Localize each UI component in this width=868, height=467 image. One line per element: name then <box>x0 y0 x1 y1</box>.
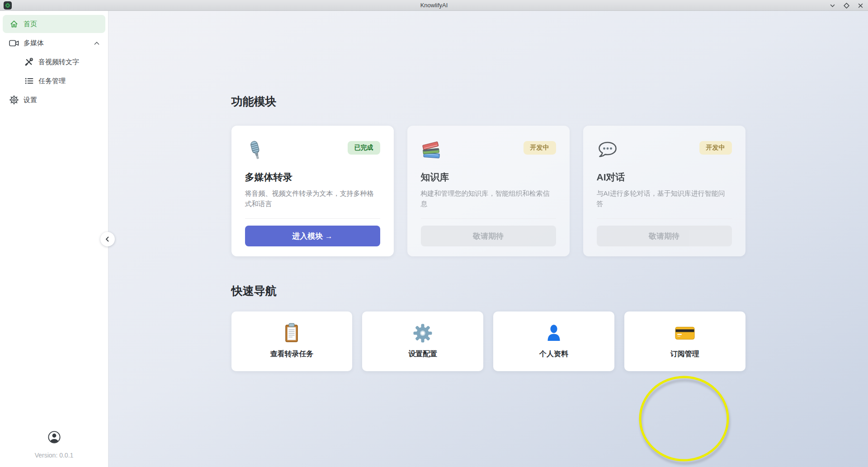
quick-card-profile[interactable]: 个人资料 <box>493 311 614 371</box>
minimize-button[interactable] <box>829 2 835 9</box>
quick-card-subscription[interactable]: 订阅管理 <box>624 311 745 371</box>
sidebar-item-tasks[interactable]: 任务管理 <box>3 72 105 90</box>
credit-card-icon <box>675 324 695 343</box>
sidebar-item-label: 音视频转文字 <box>38 58 100 66</box>
quick-card-label: 设置配置 <box>408 349 437 359</box>
module-title: 多媒体转录 <box>245 171 380 184</box>
clipboard-icon <box>283 324 301 343</box>
chevron-up-icon[interactable] <box>94 39 100 47</box>
sidebar-collapse-button[interactable] <box>100 232 115 246</box>
chevron-left-icon <box>104 236 111 242</box>
window-controls <box>829 0 865 11</box>
module-title: 知识库 <box>421 171 556 184</box>
close-icon <box>858 3 863 9</box>
quick-card-label: 个人资料 <box>539 349 568 359</box>
microphone-icon <box>245 139 267 161</box>
main-content: 功能模块 <box>231 94 745 371</box>
modules-grid: 已完成 多媒体转录 将音频、视频文件转录为文本，支持多种格式和语言 进入模块 → <box>231 126 745 256</box>
app-body: 首页 多媒体 <box>0 11 868 467</box>
features-section-title: 功能模块 <box>231 94 745 108</box>
quick-card-settings[interactable]: 设置配置 <box>362 311 483 371</box>
sidebar-item-transcribe[interactable]: 音视频转文字 <box>3 53 105 71</box>
module-card-knowledge-base: 开发中 知识库 构建和管理您的知识库，智能组织和检索信息 敬请期待 <box>407 126 570 256</box>
sidebar-item-label: 任务管理 <box>38 77 100 85</box>
status-badge: 已完成 <box>348 141 380 155</box>
titlebar: KnowlifyAI <box>0 0 868 11</box>
coming-soon-button: 敬请期待 <box>421 226 556 246</box>
sidebar: 首页 多媒体 <box>0 11 108 467</box>
chevron-down-icon <box>830 3 835 9</box>
maximize-button[interactable] <box>843 2 849 9</box>
video-camera-icon <box>9 38 19 48</box>
avatar[interactable] <box>47 430 61 446</box>
status-badge: 开发中 <box>524 141 556 155</box>
quick-card-label: 订阅管理 <box>670 349 699 359</box>
close-button[interactable] <box>857 2 863 9</box>
diamond-icon <box>844 3 849 9</box>
status-badge: 开发中 <box>699 141 732 155</box>
window-title: KnowlifyAI <box>0 2 868 9</box>
coming-soon-button: 敬请期待 <box>597 226 732 246</box>
quick-card-view-tasks[interactable]: 查看转录任务 <box>231 311 353 371</box>
quick-card-label: 查看转录任务 <box>270 349 313 359</box>
sidebar-item-label: 设置 <box>24 96 100 104</box>
highlight-circle-annotation <box>632 370 739 467</box>
gear-color-icon <box>413 324 432 343</box>
books-icon <box>421 139 443 161</box>
person-icon <box>545 324 563 343</box>
module-description: 将音频、视频文件转录为文本，支持多种格式和语言 <box>245 189 380 209</box>
module-description: 构建和管理您的知识库，智能组织和检索信息 <box>421 189 556 209</box>
main-area: 功能模块 <box>108 11 868 467</box>
app-logo-icon <box>4 1 12 9</box>
sidebar-item-label: 首页 <box>24 20 100 28</box>
module-card-ai-chat: 开发中 AI对话 与AI进行多轮对话，基于知识库进行智能问答 敬请期待 <box>583 126 745 256</box>
tools-icon <box>24 57 34 67</box>
module-card-transcription: 已完成 多媒体转录 将音频、视频文件转录为文本，支持多种格式和语言 进入模块 → <box>231 126 394 256</box>
sidebar-item-label: 多媒体 <box>24 39 89 47</box>
quick-nav-section-title: 快速导航 <box>231 283 745 298</box>
sidebar-item-multimedia[interactable]: 多媒体 <box>3 34 105 52</box>
quick-nav-grid: 查看转录任务 <box>231 311 745 371</box>
gear-icon <box>9 95 19 105</box>
sidebar-item-settings[interactable]: 设置 <box>3 91 105 109</box>
task-list-icon <box>24 76 34 86</box>
module-description: 与AI进行多轮对话，基于知识库进行智能问答 <box>597 189 732 209</box>
module-title: AI对话 <box>597 171 732 184</box>
sidebar-footer: Version: 0.0.1 <box>3 430 105 462</box>
home-icon <box>9 19 19 29</box>
sidebar-item-home[interactable]: 首页 <box>3 15 105 33</box>
chat-bubble-icon <box>597 139 618 161</box>
version-label: Version: 0.0.1 <box>35 452 74 459</box>
enter-module-button[interactable]: 进入模块 → <box>245 226 380 246</box>
